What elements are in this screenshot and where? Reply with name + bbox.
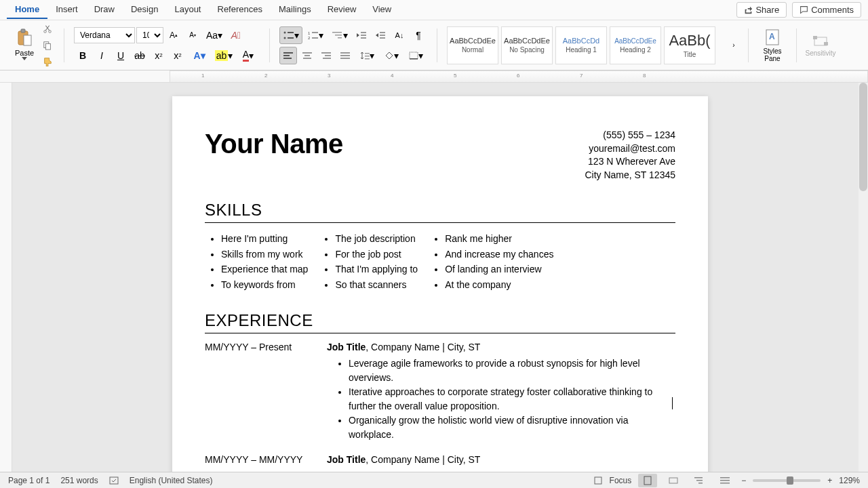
align-left-icon[interactable] <box>279 47 297 64</box>
svg-rect-8 <box>288 32 294 33</box>
sensitivity-button[interactable]: Sensitivity <box>802 25 839 66</box>
borders-icon[interactable]: ▾ <box>404 47 427 64</box>
pilcrow-icon[interactable]: ¶ <box>410 26 427 44</box>
style-no-spacing[interactable]: AaBbCcDdEeNo Spacing <box>501 26 553 64</box>
svg-rect-1 <box>21 29 25 33</box>
svg-rect-51 <box>696 480 703 481</box>
svg-rect-31 <box>325 55 331 56</box>
status-focus[interactable]: Focus <box>610 476 632 485</box>
experience-row: MM/YYYY – MM/YYYYJob Title, Company Name… <box>205 454 675 472</box>
comments-button[interactable]: Comments <box>792 2 861 18</box>
tab-view[interactable]: View <box>364 1 399 19</box>
line-spacing-icon[interactable]: ▾ <box>355 47 378 64</box>
shrink-font-icon[interactable]: A▾ <box>184 26 201 44</box>
status-zoom[interactable]: 129% <box>839 476 860 485</box>
share-button[interactable]: Share <box>736 2 787 18</box>
list-item: To keywords from <box>221 277 308 292</box>
tab-draw[interactable]: Draw <box>86 1 123 19</box>
indent-minus-icon[interactable] <box>353 26 370 44</box>
ruler-horizontal[interactable]: 12345678 <box>0 70 868 83</box>
svg-rect-25 <box>283 55 290 56</box>
list-item: Experience that map <box>221 262 308 277</box>
align-center-icon[interactable] <box>298 47 316 64</box>
view-print-icon[interactable] <box>638 474 657 487</box>
zoom-out-icon[interactable]: − <box>741 476 746 485</box>
bullets-icon[interactable]: ▾ <box>279 26 302 44</box>
font-size-select[interactable]: 10 <box>136 27 163 43</box>
menu-tabs: HomeInsertDrawDesignLayoutReferencesMail… <box>0 0 868 20</box>
style-heading-2[interactable]: AaBbCcDdEeHeading 2 <box>610 26 661 64</box>
change-case-icon[interactable]: Aa▾ <box>203 26 226 44</box>
list-item: Here I'm putting <box>221 231 308 246</box>
zoom-in-icon[interactable]: + <box>827 476 832 485</box>
highlight-icon[interactable]: ab▾ <box>212 47 235 64</box>
superscript-icon[interactable]: x2 <box>169 47 186 64</box>
view-outline-icon[interactable] <box>690 474 709 487</box>
style-title[interactable]: AaBb(Title <box>664 26 715 64</box>
cut-icon[interactable] <box>41 22 54 36</box>
view-draft-icon[interactable] <box>715 474 734 487</box>
style-normal[interactable]: AaBbCcDdEeNormal <box>447 26 498 64</box>
grow-font-icon[interactable]: A▴ <box>165 26 182 44</box>
rule <box>205 222 675 223</box>
tab-mailings[interactable]: Mailings <box>271 1 319 19</box>
tab-review[interactable]: Review <box>319 1 365 19</box>
document-page[interactable]: Your Name (555) 555 – 1234 youremail@tes… <box>172 96 708 472</box>
align-right-icon[interactable] <box>317 47 335 64</box>
copy-icon[interactable] <box>41 39 54 52</box>
scrollbar-vertical[interactable] <box>859 83 868 472</box>
tab-design[interactable]: Design <box>123 1 166 19</box>
svg-rect-34 <box>340 55 350 56</box>
contact-addr1: 123 N Wherever Ave <box>585 155 675 169</box>
svg-rect-21 <box>380 32 385 33</box>
italic-icon[interactable]: I <box>93 47 111 64</box>
svg-rect-54 <box>720 480 730 481</box>
clear-format-icon[interactable]: A⃠ <box>227 26 245 44</box>
strike-icon[interactable]: ab <box>131 47 149 64</box>
skills-columns: Here I'm puttingSkills from my workExper… <box>205 231 675 292</box>
sensitivity-label: Sensitivity <box>805 49 835 57</box>
style-heading-1[interactable]: AaBbCcDdHeading 1 <box>555 26 607 64</box>
tab-home[interactable]: Home <box>7 1 47 19</box>
spellcheck-icon[interactable] <box>109 476 119 485</box>
status-bar: Page 1 of 1 251 words English (United St… <box>0 472 868 488</box>
styles-more-icon[interactable]: › <box>725 37 743 54</box>
svg-rect-24 <box>283 52 293 54</box>
styles-pane-button[interactable]: A Styles Pane <box>754 25 791 66</box>
format-painter-icon[interactable] <box>41 55 54 68</box>
list-item: The job description <box>335 231 418 246</box>
font-color-icon[interactable]: A▾ <box>237 47 260 64</box>
svg-rect-17 <box>338 37 342 39</box>
subscript-icon[interactable]: x2 <box>150 47 167 64</box>
styles-pane-label: Styles Pane <box>763 47 781 62</box>
tab-insert[interactable]: Insert <box>47 1 86 19</box>
text-effects-icon[interactable]: A▾ <box>188 47 211 64</box>
svg-rect-38 <box>365 58 370 60</box>
status-lang[interactable]: English (United States) <box>130 476 213 485</box>
align-justify-icon[interactable] <box>336 47 354 64</box>
svg-text:1: 1 <box>308 31 311 35</box>
sort-icon[interactable]: A↓ <box>391 26 408 44</box>
list-item: Skills from my work <box>221 247 308 262</box>
numbering-icon[interactable]: 12▾ <box>304 26 327 44</box>
status-page[interactable]: Page 1 of 1 <box>8 476 50 485</box>
ruler-vertical[interactable] <box>0 83 12 472</box>
multilevel-icon[interactable]: ▾ <box>328 26 351 44</box>
font-name-select[interactable]: Verdana <box>74 27 135 43</box>
svg-text:A: A <box>769 32 775 41</box>
bold-icon[interactable]: B <box>74 47 92 64</box>
tab-layout[interactable]: Layout <box>166 1 209 19</box>
svg-rect-6 <box>45 43 50 49</box>
svg-rect-18 <box>361 32 366 33</box>
shading-icon[interactable]: ▾ <box>380 47 403 64</box>
experience-heading: EXPERIENCE <box>205 311 675 330</box>
paste-button[interactable]: Paste <box>11 25 38 66</box>
document-scroll[interactable]: Your Name (555) 555 – 1234 youremail@tes… <box>12 83 868 472</box>
underline-icon[interactable]: U <box>112 47 130 64</box>
tab-references[interactable]: References <box>210 1 271 19</box>
svg-rect-28 <box>304 55 310 56</box>
indent-plus-icon[interactable] <box>372 26 389 44</box>
zoom-slider[interactable] <box>753 479 821 482</box>
status-words[interactable]: 251 words <box>60 476 98 485</box>
view-web-icon[interactable] <box>664 474 683 487</box>
